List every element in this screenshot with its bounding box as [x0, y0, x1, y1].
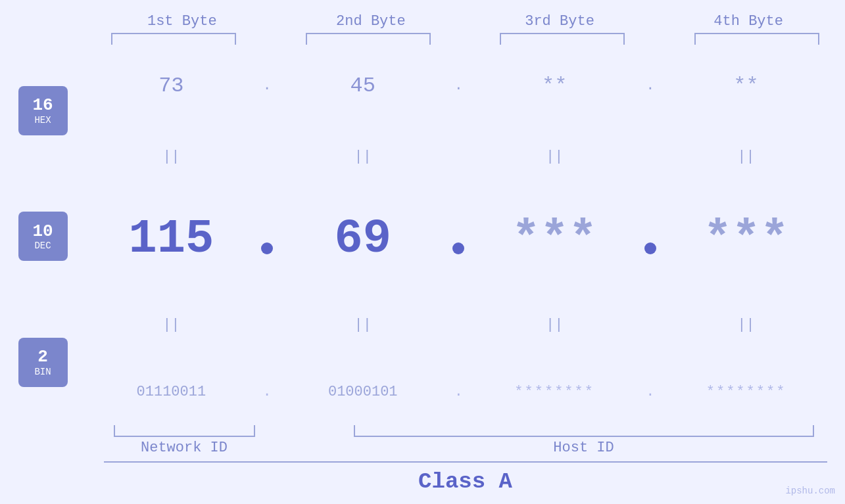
- eq2-b3: ||: [482, 317, 627, 333]
- left-badges: 16 HEX 10 DEC 2 BIN: [0, 48, 85, 425]
- dec-row: 115 69 *** ***: [85, 216, 832, 266]
- bracket-b1: [111, 33, 236, 45]
- eq2-b1: ||: [99, 317, 243, 333]
- hex-sep3: .: [640, 78, 660, 94]
- hex-sep1: .: [257, 78, 277, 94]
- bottom-brackets-row: [104, 425, 827, 437]
- hex-badge: 16 HEX: [18, 86, 68, 135]
- network-id-bracket: [114, 425, 255, 437]
- byte2-header: 2nd Byte: [299, 13, 443, 30]
- class-section: Class A: [104, 461, 827, 494]
- hex-name: HEX: [34, 115, 51, 126]
- byte3-header: 3rd Byte: [487, 13, 632, 30]
- byte-headers: 1st Byte 2nd Byte 3rd Byte 4th Byte: [104, 13, 827, 30]
- bottom-section: Network ID Host ID: [104, 425, 827, 456]
- eq1-b4: ||: [674, 149, 819, 165]
- bin-b3: ********: [514, 384, 594, 400]
- main-container: 1st Byte 2nd Byte 3rd Byte 4th Byte 16 H…: [0, 0, 845, 504]
- eq1-b2: ||: [291, 149, 435, 165]
- bin-b4: ********: [706, 384, 786, 400]
- top-brackets: [104, 33, 827, 45]
- equals-row1: || || || ||: [85, 149, 832, 165]
- bracket-b2: [306, 33, 431, 45]
- byte1-header: 1st Byte: [110, 13, 254, 30]
- bracket-gap: [255, 425, 354, 437]
- eq1-b1: ||: [99, 149, 243, 165]
- dec-sep3-dot: [644, 242, 656, 254]
- bin-b2: 01000101: [328, 384, 398, 400]
- hex-b4: **: [733, 74, 758, 98]
- dec-b1: 115: [129, 212, 214, 266]
- bin-name: BIN: [34, 367, 51, 377]
- dec-b4: ***: [704, 212, 789, 266]
- hex-sep2: .: [448, 78, 468, 94]
- bin-number: 2: [37, 348, 48, 367]
- network-id-label: Network ID: [114, 440, 255, 456]
- byte4-header: 4th Byte: [676, 13, 821, 30]
- equals-row2: || || || ||: [85, 317, 832, 333]
- dec-b3: ***: [512, 212, 597, 266]
- class-label: Class A: [418, 469, 512, 494]
- host-id-label: Host ID: [354, 440, 814, 456]
- id-labels-row: Network ID Host ID: [104, 440, 827, 456]
- bin-row: 01110011 . 01000101 . ******** . *******…: [85, 384, 832, 400]
- bracket-b4: [694, 33, 819, 45]
- hex-row: 73 . 45 . ** . **: [85, 74, 832, 98]
- hex-b2: 45: [350, 74, 375, 98]
- bin-badge: 2 BIN: [18, 338, 68, 387]
- dec-sep1-dot: [261, 242, 273, 254]
- hex-b1: 73: [158, 74, 183, 98]
- host-id-bracket: [354, 425, 814, 437]
- bin-sep2: .: [448, 384, 468, 400]
- watermark: ipshu.com: [785, 486, 835, 496]
- hex-number: 16: [32, 96, 53, 115]
- dec-number: 10: [32, 222, 53, 241]
- bin-b1: 01110011: [137, 384, 206, 400]
- eq2-b2: ||: [291, 317, 435, 333]
- dec-sep2-dot: [452, 242, 464, 254]
- bracket-b3: [500, 33, 625, 45]
- bin-sep1: .: [257, 384, 277, 400]
- bin-sep3: .: [640, 384, 660, 400]
- dec-b2: 69: [335, 212, 391, 266]
- hex-b3: **: [542, 74, 567, 98]
- dec-name: DEC: [34, 241, 51, 251]
- eq1-b3: ||: [482, 149, 627, 165]
- dec-badge: 10 DEC: [18, 212, 68, 261]
- eq2-b4: ||: [674, 317, 819, 333]
